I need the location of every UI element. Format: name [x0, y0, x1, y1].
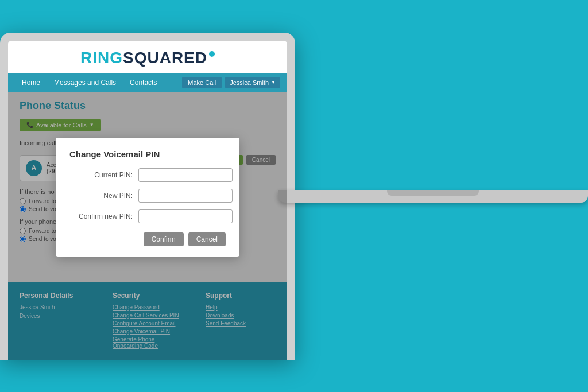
nav-contacts[interactable]: Contacts: [123, 73, 164, 92]
modal-title: Change Voicemail PIN: [69, 149, 226, 159]
logo-squared: SQUARED: [123, 49, 207, 67]
laptop-base: [278, 190, 588, 203]
user-menu-button[interactable]: Jessica Smith: [225, 77, 280, 88]
logo-ring: RING: [80, 49, 123, 67]
current-pin-row: Current PIN:: [69, 168, 226, 182]
navbar: Home Messages and Calls Contacts Make Ca…: [8, 73, 287, 92]
laptop-shell: RINGSQUARED Home Messages and Calls Cont…: [0, 33, 295, 360]
laptop-screen: RINGSQUARED Home Messages and Calls Cont…: [8, 41, 287, 360]
cancel-modal-button[interactable]: Cancel: [188, 232, 226, 246]
make-call-button[interactable]: Make Call: [182, 77, 222, 88]
modal-overlay: Change Voicemail PIN Current PIN: New PI…: [8, 92, 287, 360]
change-voicemail-pin-modal: Change Voicemail PIN Current PIN: New PI…: [56, 138, 239, 257]
confirm-pin-label: Confirm new PIN:: [69, 212, 133, 220]
app-header: RINGSQUARED: [8, 41, 287, 73]
nav-home[interactable]: Home: [15, 73, 47, 92]
logo-dot-icon: [209, 51, 215, 57]
modal-actions: Confirm Cancel: [69, 232, 226, 246]
app-container: RINGSQUARED Home Messages and Calls Cont…: [8, 41, 287, 360]
nav-messages-calls[interactable]: Messages and Calls: [47, 73, 123, 92]
confirm-pin-input[interactable]: [138, 209, 233, 223]
current-pin-label: Current PIN:: [69, 171, 133, 179]
confirm-pin-row: Confirm new PIN:: [69, 209, 226, 223]
new-pin-row: New PIN:: [69, 189, 226, 203]
confirm-button[interactable]: Confirm: [144, 232, 184, 246]
new-pin-input[interactable]: [138, 189, 233, 203]
main-content: Phone Status Available for Calls Incomin…: [8, 92, 287, 360]
new-pin-label: New PIN:: [69, 192, 133, 200]
current-pin-input[interactable]: [138, 168, 233, 182]
app-logo: RINGSQUARED: [8, 49, 287, 67]
